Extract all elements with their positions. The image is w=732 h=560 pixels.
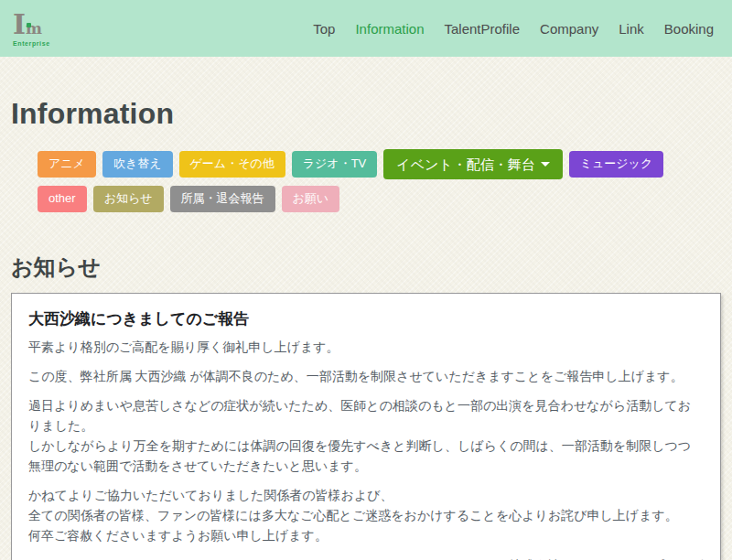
caret-down-icon (541, 162, 550, 167)
nav-company[interactable]: Company (540, 21, 598, 37)
nav-booking[interactable]: Booking (664, 21, 714, 37)
news-section-title: お知らせ (11, 253, 721, 282)
im-enterprise-logo[interactable]: Im Enterprise (13, 11, 50, 47)
filter-event-stream-stage-dropdown[interactable]: イベント・配信・舞台 (383, 149, 562, 179)
main-nav: Top Information TalentProfile Company Li… (313, 21, 714, 37)
announcement-line: しかしながらより万全を期すためには体調の回復を優先すべきと判断し、しばらくの間は… (28, 436, 704, 476)
announcement-paragraph: 平素より格別のご高配を賜り厚く御礼申し上げます。 (28, 337, 704, 357)
filter-news-button[interactable]: お知らせ (93, 186, 164, 212)
logo-dot-icon (27, 23, 31, 27)
filter-anime-button[interactable]: アニメ (38, 151, 96, 178)
nav-talentprofile[interactable]: TalentProfile (445, 21, 521, 37)
nav-information[interactable]: Information (355, 21, 424, 37)
filter-other-button[interactable]: other (38, 186, 87, 212)
announcement-line: 全ての関係者の皆様、ファンの皆様には多大なご心配とご迷惑をおかけすることを心より… (28, 505, 704, 525)
announcement-line: 過日よりめまいや息苦しさなどの症状が続いたため、医師との相談のもと一部の出演を見… (28, 395, 704, 436)
announcement-paragraph: 過日よりめまいや息苦しさなどの症状が続いたため、医師との相談のもと一部の出演を見… (28, 395, 704, 476)
announcement-signature: 株式会社アイムエンタープライズ 2023年5月29日 (28, 555, 704, 560)
announcement-box: 大西沙織につきましてのご報告 平素より格別のご高配を賜り厚く御礼申し上げます。 … (11, 293, 721, 560)
filter-music-button[interactable]: ミュージック (569, 151, 664, 178)
announcement-line: 平素より格別のご高配を賜り厚く御礼申し上げます。 (28, 337, 704, 357)
nav-link[interactable]: Link (619, 21, 644, 37)
category-filters: アニメ 吹き替え ゲーム・その他 ラジオ・TV イベント・配信・舞台 ミュージッ… (38, 149, 696, 212)
page-content: Information アニメ 吹き替え ゲーム・その他 ラジオ・TV イベント… (0, 97, 732, 560)
announcement-line: この度、弊社所属 大西沙織 が体調不良のため、一部活動を制限させていただきますこ… (28, 366, 704, 386)
announcement-title: 大西沙織につきましてのご報告 (28, 308, 704, 329)
filter-join-leave-report-button[interactable]: 所属・退会報告 (170, 186, 275, 212)
nav-top[interactable]: Top (313, 21, 335, 37)
announcement-paragraph: この度、弊社所属 大西沙織 が体調不良のため、一部活動を制限させていただきますこ… (28, 366, 704, 386)
filter-event-label: イベント・配信・舞台 (396, 156, 534, 172)
filter-dubbing-button[interactable]: 吹き替え (102, 151, 173, 178)
page-title: Information (11, 97, 721, 131)
announcement-line: 何卒ご容赦くださいますようお願い申し上げます。 (28, 525, 704, 545)
announcement-paragraph: かねてよりご協力いただいておりました関係者の皆様および、 全ての関係者の皆様、フ… (28, 485, 704, 545)
site-header: Im Enterprise Top Information TalentProf… (0, 0, 732, 57)
company-name: 株式会社アイムエンタープライズ (28, 555, 704, 560)
logo-subtitle: Enterprise (13, 40, 50, 47)
filter-game-other-button[interactable]: ゲーム・その他 (179, 151, 285, 178)
logo-letter-m: m (26, 19, 42, 38)
logo-letter-i: I (13, 8, 26, 40)
announcement-line: かねてよりご協力いただいておりました関係者の皆様および、 (28, 485, 704, 505)
logo-mark: Im (13, 21, 42, 37)
filter-request-button[interactable]: お願い (282, 186, 340, 212)
filter-radio-tv-button[interactable]: ラジオ・TV (292, 151, 378, 178)
